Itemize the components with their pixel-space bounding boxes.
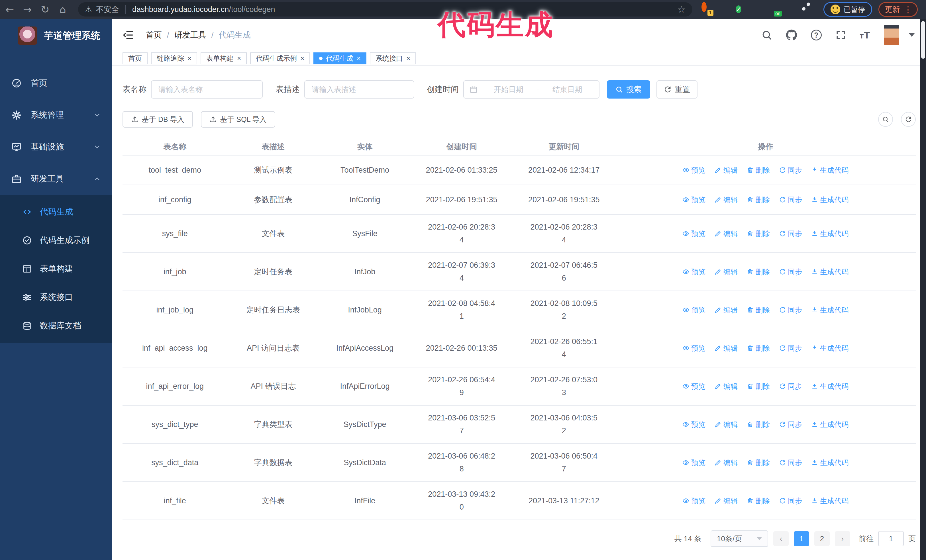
browser-back-icon[interactable]: ← — [2, 4, 18, 15]
preview-link[interactable]: 预览 — [682, 195, 705, 205]
preview-link[interactable]: 预览 — [682, 382, 705, 391]
generate-code-link[interactable]: 生成代码 — [811, 195, 849, 205]
tab-tracing[interactable]: 链路追踪× — [151, 53, 197, 64]
sidebar-item-system[interactable]: 系统管理 — [0, 99, 112, 131]
generate-code-link[interactable]: 生成代码 — [811, 166, 849, 175]
sidebar-subitem-codegen-example[interactable]: 代码生成示例 — [0, 226, 112, 255]
sync-link[interactable]: 同步 — [779, 166, 802, 175]
preview-link[interactable]: 预览 — [682, 267, 705, 276]
sidebar-item-infra[interactable]: 基础设施 — [0, 131, 112, 163]
fullscreen-icon[interactable] — [835, 30, 846, 41]
page-button-2[interactable]: 2 — [814, 531, 830, 546]
preview-link[interactable]: 预览 — [682, 420, 705, 429]
sidebar-subitem-form-builder[interactable]: 表单构建 — [0, 255, 112, 283]
delete-link[interactable]: 删除 — [747, 496, 770, 506]
sidebar-item-home[interactable]: 首页 — [0, 67, 112, 99]
edit-link[interactable]: 编辑 — [714, 305, 738, 315]
sync-link[interactable]: 同步 — [779, 229, 802, 238]
close-icon[interactable]: × — [237, 55, 241, 62]
browser-profile-chip[interactable]: 已暂停 — [823, 2, 872, 17]
close-icon[interactable]: × — [406, 55, 410, 62]
browser-forward-icon[interactable]: → — [20, 4, 35, 15]
import-db-button[interactable]: 基于 DB 导入 — [123, 111, 193, 128]
github-icon[interactable] — [786, 29, 797, 41]
date-range-picker[interactable]: 开始日期 - 结束日期 — [463, 80, 599, 98]
browser-reload-icon[interactable]: ↻ — [37, 4, 53, 15]
security-warning-label[interactable]: 不安全 — [96, 4, 119, 15]
tab-codegen[interactable]: 代码生成× — [313, 53, 366, 64]
delete-link[interactable]: 删除 — [747, 166, 770, 175]
generate-code-link[interactable]: 生成代码 — [811, 267, 849, 276]
tab-form-builder[interactable]: 表单构建× — [201, 53, 247, 64]
preview-link[interactable]: 预览 — [682, 166, 705, 175]
preview-link[interactable]: 预览 — [682, 458, 705, 468]
show-search-toggle-button[interactable] — [878, 112, 893, 127]
breadcrumb-home[interactable]: 首页 — [146, 30, 162, 41]
generate-code-link[interactable]: 生成代码 — [811, 229, 849, 238]
delete-link[interactable]: 删除 — [747, 229, 770, 238]
preview-link[interactable]: 预览 — [682, 344, 705, 353]
table-name-input[interactable] — [159, 85, 255, 94]
browser-home-icon[interactable]: ⌂ — [55, 4, 71, 15]
sidebar-subitem-codegen[interactable]: 代码生成 — [0, 198, 112, 226]
refresh-table-button[interactable] — [901, 112, 916, 127]
edit-link[interactable]: 编辑 — [714, 496, 738, 506]
edit-link[interactable]: 编辑 — [714, 458, 738, 468]
search-button[interactable]: 搜索 — [607, 80, 650, 98]
sync-link[interactable]: 同步 — [779, 267, 802, 276]
sync-link[interactable]: 同步 — [779, 458, 802, 468]
goto-page-input[interactable] — [878, 531, 904, 546]
bookmark-star-icon[interactable]: ☆ — [677, 4, 685, 15]
app-logo[interactable]: 芋道管理系统 — [0, 19, 112, 53]
extension-grid-icon[interactable] — [753, 5, 763, 14]
close-icon[interactable]: × — [300, 55, 304, 62]
end-date-placeholder[interactable]: 结束日期 — [541, 85, 593, 95]
generate-code-link[interactable]: 生成代码 — [811, 496, 849, 506]
start-date-placeholder[interactable]: 开始日期 — [483, 85, 534, 95]
sync-link[interactable]: 同步 — [779, 344, 802, 353]
help-icon[interactable]: ? — [811, 30, 822, 41]
close-icon[interactable]: × — [188, 55, 191, 62]
prev-page-button[interactable]: ‹ — [773, 531, 789, 546]
browser-menu-icon[interactable]: ⋮ — [904, 5, 912, 15]
user-avatar[interactable] — [884, 25, 899, 45]
scrollbar-thumb[interactable] — [921, 21, 925, 59]
extension-gem-icon[interactable] — [719, 5, 728, 14]
next-page-button[interactable]: › — [835, 531, 850, 546]
breadcrumb-devtools[interactable]: 研发工具 — [174, 30, 206, 41]
sync-link[interactable]: 同步 — [779, 496, 802, 506]
edit-link[interactable]: 编辑 — [714, 420, 738, 429]
delete-link[interactable]: 删除 — [747, 420, 770, 429]
sync-link[interactable]: 同步 — [779, 195, 802, 205]
avatar-caret-icon[interactable] — [909, 33, 915, 37]
preview-link[interactable]: 预览 — [682, 229, 705, 238]
delete-link[interactable]: 删除 — [747, 305, 770, 315]
page-scrollbar[interactable] — [920, 19, 926, 560]
generate-code-link[interactable]: 生成代码 — [811, 344, 849, 353]
reset-button[interactable]: 重置 — [657, 80, 698, 98]
extension-green-icon[interactable] — [787, 5, 797, 14]
page-size-select[interactable]: 10条/页 — [711, 530, 768, 547]
sidebar-subitem-system-api[interactable]: 系统接口 — [0, 283, 112, 312]
sidebar-fold-icon[interactable] — [123, 29, 134, 41]
tab-codegen-example[interactable]: 代码生成示例× — [250, 53, 310, 64]
tab-system-api[interactable]: 系统接口× — [370, 53, 416, 64]
search-icon[interactable] — [761, 30, 772, 41]
edit-link[interactable]: 编辑 — [714, 229, 738, 238]
sync-link[interactable]: 同步 — [779, 305, 802, 315]
tab-home[interactable]: 首页 — [123, 53, 148, 64]
sidebar-item-devtools[interactable]: 研发工具 — [0, 163, 112, 195]
page-button-1[interactable]: 1 — [794, 531, 809, 546]
import-sql-button[interactable]: 基于 SQL 导入 — [201, 111, 275, 128]
edit-link[interactable]: 编辑 — [714, 267, 738, 276]
generate-code-link[interactable]: 生成代码 — [811, 305, 849, 315]
browser-update-button[interactable]: 更新 ⋮ — [878, 2, 918, 17]
preview-link[interactable]: 预览 — [682, 496, 705, 506]
address-bar[interactable]: ⚠ 不安全 dashboard.yudao.iocoder.cn/tool/co… — [78, 2, 692, 17]
preview-link[interactable]: 预览 — [682, 305, 705, 315]
generate-code-link[interactable]: 生成代码 — [811, 458, 849, 468]
delete-link[interactable]: 删除 — [747, 195, 770, 205]
generate-code-link[interactable]: 生成代码 — [811, 420, 849, 429]
sync-link[interactable]: 同步 — [779, 420, 802, 429]
delete-link[interactable]: 删除 — [747, 382, 770, 391]
